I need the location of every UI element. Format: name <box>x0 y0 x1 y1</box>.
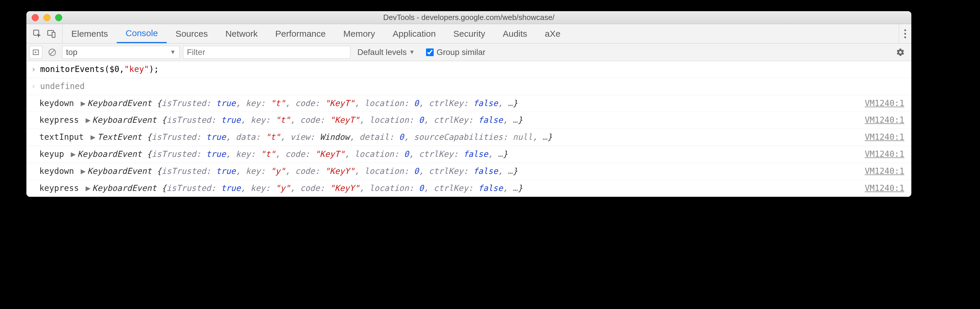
console-return-row: undefined <box>26 78 912 95</box>
tab-memory[interactable]: Memory <box>334 24 384 43</box>
expand-arrow-icon[interactable]: ▶ <box>81 98 86 108</box>
console-log-row[interactable]: keypress ▶KeyboardEvent {isTrusted: true… <box>26 112 912 129</box>
chevron-down-icon: ▼ <box>409 49 415 56</box>
source-link[interactable]: VM1240:1 <box>865 131 907 144</box>
tab-elements[interactable]: Elements <box>62 24 117 43</box>
tabs: ElementsConsoleSourcesNetworkPerformance… <box>62 24 569 43</box>
execution-context-select[interactable]: top ▼ <box>62 46 180 59</box>
titlebar: DevTools - developers.google.com/web/sho… <box>26 11 912 24</box>
group-similar-label: Group similar <box>437 48 485 57</box>
console-settings-button[interactable] <box>896 46 908 59</box>
minimize-window-button[interactable] <box>43 14 51 21</box>
inspect-element-button[interactable] <box>33 29 42 38</box>
log-levels-select[interactable]: Default levels ▼ <box>354 48 418 57</box>
command-arg0: $0 <box>110 63 119 76</box>
zoom-window-button[interactable] <box>55 14 62 21</box>
console-output: monitorEvents($0, "key"); undefined keyd… <box>26 61 912 197</box>
return-value: undefined <box>40 80 85 93</box>
event-class: KeyboardEvent <box>92 183 162 193</box>
event-type: keypress <box>39 183 79 193</box>
group-similar-checkbox[interactable]: Group similar <box>422 48 485 57</box>
expand-arrow-icon[interactable]: ▶ <box>81 166 86 176</box>
tab-sources[interactable]: Sources <box>167 24 216 43</box>
more-options-button[interactable] <box>904 29 906 38</box>
source-link[interactable]: VM1240:1 <box>865 148 907 161</box>
tab-console[interactable]: Console <box>117 24 167 43</box>
show-console-sidebar-button[interactable] <box>29 46 42 59</box>
console-log-row[interactable]: keydown ▶KeyboardEvent {isTrusted: true,… <box>26 95 912 112</box>
event-type: textInput <box>39 132 84 142</box>
tab-performance[interactable]: Performance <box>266 24 334 43</box>
event-class: KeyboardEvent <box>78 149 147 159</box>
command-fn: monitorEvents <box>40 63 105 76</box>
traffic-lights <box>26 14 62 21</box>
event-type: keydown <box>39 166 74 176</box>
event-class: KeyboardEvent <box>92 115 162 125</box>
console-log-row[interactable]: keyup ▶KeyboardEvent {isTrusted: true, k… <box>26 146 912 163</box>
clear-console-button[interactable] <box>46 46 59 59</box>
source-link[interactable]: VM1240:1 <box>865 182 907 195</box>
filter-input[interactable] <box>183 46 350 59</box>
expand-arrow-icon[interactable]: ▶ <box>71 149 76 159</box>
kebab-icon <box>904 29 906 38</box>
tab-audits[interactable]: Audits <box>494 24 536 43</box>
execution-context-label: top <box>66 48 78 57</box>
event-class: KeyboardEvent <box>88 166 157 176</box>
source-link[interactable]: VM1240:1 <box>865 165 907 178</box>
event-class: KeyboardEvent <box>88 98 157 108</box>
source-link[interactable]: VM1240:1 <box>865 114 907 127</box>
console-toolbar: top ▼ Default levels ▼ Group similar <box>26 43 912 61</box>
console-log-row[interactable]: keydown ▶KeyboardEvent {isTrusted: true,… <box>26 163 912 180</box>
event-class: TextEvent <box>97 132 147 142</box>
event-type: keypress <box>39 115 79 125</box>
source-link[interactable]: VM1240:1 <box>865 97 907 110</box>
tab-security[interactable]: Security <box>444 24 494 43</box>
expand-arrow-icon[interactable]: ▶ <box>86 115 91 125</box>
expand-arrow-icon[interactable]: ▶ <box>91 132 95 142</box>
close-window-button[interactable] <box>32 14 39 21</box>
toggle-device-toolbar-button[interactable] <box>47 29 56 38</box>
group-similar-input[interactable] <box>426 48 434 56</box>
command-arg1: "key" <box>124 63 149 76</box>
console-log-row[interactable]: keypress ▶KeyboardEvent {isTrusted: true… <box>26 180 912 197</box>
log-levels-label: Default levels <box>357 48 407 57</box>
event-type: keydown <box>39 98 74 108</box>
tab-application[interactable]: Application <box>384 24 444 43</box>
panel-tabbar: ElementsConsoleSourcesNetworkPerformance… <box>26 24 912 43</box>
tab-axe[interactable]: aXe <box>536 24 569 43</box>
tab-network[interactable]: Network <box>216 24 266 43</box>
devtools-window: DevTools - developers.google.com/web/sho… <box>26 11 912 197</box>
chevron-down-icon: ▼ <box>170 49 176 56</box>
console-command-row[interactable]: monitorEvents($0, "key"); <box>26 61 912 78</box>
expand-arrow-icon[interactable]: ▶ <box>86 183 91 193</box>
console-log-row[interactable]: textInput ▶TextEvent {isTrusted: true, d… <box>26 129 912 146</box>
svg-rect-2 <box>52 32 55 38</box>
event-type: keyup <box>39 149 64 159</box>
window-title: DevTools - developers.google.com/web/sho… <box>26 13 912 22</box>
